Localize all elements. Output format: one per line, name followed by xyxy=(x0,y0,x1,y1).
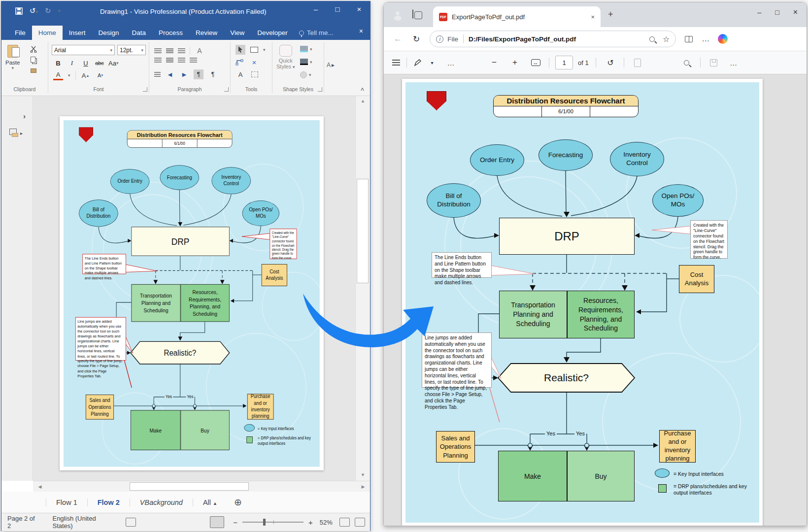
tab-view[interactable]: View xyxy=(224,26,251,40)
tab-process[interactable]: Process xyxy=(152,26,189,40)
underline-button[interactable]: U xyxy=(81,58,91,68)
zoom-level[interactable]: 52% xyxy=(320,519,333,526)
expand-shapes-icon[interactable]: › xyxy=(23,112,26,120)
pdf-search-icon[interactable] xyxy=(679,55,694,70)
zoom-slider[interactable] xyxy=(242,522,303,523)
favorite-star-icon[interactable]: ☆ xyxy=(663,34,670,44)
save-icon[interactable] xyxy=(15,7,23,15)
cut-icon[interactable] xyxy=(30,46,38,53)
switch-windows-icon[interactable] xyxy=(355,518,365,527)
page-number-input[interactable]: 1 xyxy=(555,56,573,69)
address-bar[interactable]: i File D:/Files/ExportPageToPdf_out.pdf … xyxy=(430,31,676,47)
toolbar-more-icon[interactable]: … xyxy=(443,55,458,70)
close-button[interactable]: × xyxy=(793,8,798,17)
zoom-in-icon[interactable]: + xyxy=(308,518,313,527)
grow-font-button[interactable]: A▲ xyxy=(81,70,91,80)
rtl-direction-icon[interactable]: ¶ xyxy=(208,69,218,79)
collapse-ribbon-icon[interactable]: ^ xyxy=(361,87,364,94)
presentation-mode-icon[interactable] xyxy=(210,516,224,528)
font-dialog-launcher-icon[interactable] xyxy=(143,87,147,92)
tell-me-box[interactable]: Tell me... xyxy=(294,26,338,40)
text-rotate-icon[interactable]: A xyxy=(195,46,204,56)
workspaces-icon[interactable] xyxy=(412,9,413,19)
insert-page-icon[interactable]: ⊕ xyxy=(234,497,242,508)
new-tab-icon[interactable]: + xyxy=(608,9,613,20)
page-tab-vbackground[interactable]: VBackground xyxy=(130,499,193,506)
horizontal-scrollbar[interactable]: ◀ ▶ xyxy=(33,481,370,492)
justify-icon[interactable] xyxy=(190,58,197,63)
tab-review[interactable]: Review xyxy=(189,26,224,40)
font-name-combo[interactable]: Arial▾ xyxy=(52,45,115,55)
tab-data[interactable]: Data xyxy=(126,26,153,40)
line-button[interactable]: ▾ xyxy=(300,59,312,65)
pdf-zoom-out-icon[interactable]: − xyxy=(487,55,502,70)
bold-button[interactable]: B xyxy=(53,58,63,68)
align-top-icon[interactable] xyxy=(154,48,162,53)
maximize-button[interactable]: □ xyxy=(775,8,779,16)
increase-indent-icon[interactable]: ▶ xyxy=(179,69,189,79)
redo-icon[interactable]: ↻ xyxy=(45,6,51,15)
copilot-icon[interactable] xyxy=(718,34,728,44)
tab-file[interactable]: File xyxy=(8,26,32,40)
toc-icon[interactable] xyxy=(389,55,404,70)
free-transform-icon[interactable] xyxy=(251,71,258,77)
zoom-out-page-icon[interactable] xyxy=(649,36,655,42)
macro-record-icon[interactable] xyxy=(126,518,136,527)
browser-tab[interactable]: PDF ExportPageToPdf_out.pdf × xyxy=(433,6,601,27)
tab-developer[interactable]: Developer xyxy=(251,26,294,40)
status-language[interactable]: English (United States) xyxy=(52,515,115,530)
align-middle-icon[interactable] xyxy=(166,48,173,53)
pdf-zoom-in-icon[interactable]: + xyxy=(507,55,522,70)
refresh-icon[interactable]: ↻ xyxy=(413,34,420,44)
bullets-icon[interactable] xyxy=(154,72,161,77)
page-view-icon[interactable] xyxy=(630,55,645,70)
url-text[interactable]: D:/Files/ExportPageToPdf_out.pdf xyxy=(469,35,649,43)
close-tab-icon[interactable]: × xyxy=(591,13,595,21)
tab-home[interactable]: Home xyxy=(32,26,63,40)
align-left-icon[interactable] xyxy=(154,58,162,63)
stencil-icon[interactable] xyxy=(9,129,18,137)
minimize-button[interactable]: – xyxy=(305,1,327,16)
tab-design[interactable]: Design xyxy=(92,26,126,40)
zoom-out-icon[interactable]: − xyxy=(233,518,237,527)
align-bottom-icon[interactable] xyxy=(178,48,185,53)
scroll-left-icon[interactable]: ◀ xyxy=(36,483,44,491)
paragraph-dialog-launcher-icon[interactable] xyxy=(224,87,229,92)
pdf-viewer[interactable]: Distribution Resources Flowchart 6/1/00 … xyxy=(384,74,807,526)
stencil-expand-icon[interactable]: ▸ xyxy=(20,131,23,136)
pen-dropdown-icon[interactable]: ▾ xyxy=(425,55,439,70)
fit-to-width-icon[interactable]: ↔ xyxy=(528,55,543,70)
effects-button[interactable]: ▾ xyxy=(300,71,311,78)
pointer-tool-icon[interactable] xyxy=(236,45,245,55)
more-styles-button[interactable]: A▸ xyxy=(327,62,335,68)
minimize-button[interactable]: – xyxy=(757,8,761,16)
tab-insert[interactable]: Insert xyxy=(63,26,92,40)
close-button[interactable]: × xyxy=(348,1,370,16)
change-case-button[interactable]: Aa▾ xyxy=(108,58,118,68)
fill-button[interactable]: ▾ xyxy=(300,46,312,52)
font-color-button[interactable]: A xyxy=(53,70,63,80)
connector-tool-icon[interactable] xyxy=(236,59,243,66)
strikethrough-button[interactable]: abc xyxy=(95,58,104,68)
decrease-indent-icon[interactable]: ◀ xyxy=(165,69,175,79)
back-icon[interactable]: ← xyxy=(394,34,402,44)
page-tab-all[interactable]: All ▲ xyxy=(193,499,227,506)
ltr-direction-icon[interactable]: ¶ xyxy=(194,69,203,79)
undo-icon[interactable]: ↺▾ xyxy=(30,6,38,15)
font-size-combo[interactable]: 12pt.▾ xyxy=(117,45,146,55)
align-center-icon[interactable] xyxy=(166,58,173,63)
split-screen-icon[interactable] xyxy=(685,36,693,42)
maximize-button[interactable]: □ xyxy=(327,1,348,16)
pdf-save-icon[interactable] xyxy=(707,55,721,70)
quick-styles-button[interactable]: QuickStyles ▾ xyxy=(276,45,295,69)
text-tool-icon[interactable]: A xyxy=(236,69,245,79)
zoom-slider-thumb[interactable] xyxy=(263,519,266,526)
shape-styles-dialog-launcher-icon[interactable] xyxy=(318,87,322,92)
scroll-right-icon[interactable]: ▶ xyxy=(359,483,367,491)
page-tab-flow2[interactable]: Flow 2 xyxy=(88,499,130,506)
rectangle-tool-icon[interactable] xyxy=(250,47,258,53)
status-page-indicator[interactable]: Page 2 of 2 xyxy=(7,515,38,530)
draw-pen-icon[interactable] xyxy=(410,55,425,70)
vscroll-thumb[interactable] xyxy=(357,179,369,283)
close-document-icon[interactable]: × xyxy=(359,27,363,35)
